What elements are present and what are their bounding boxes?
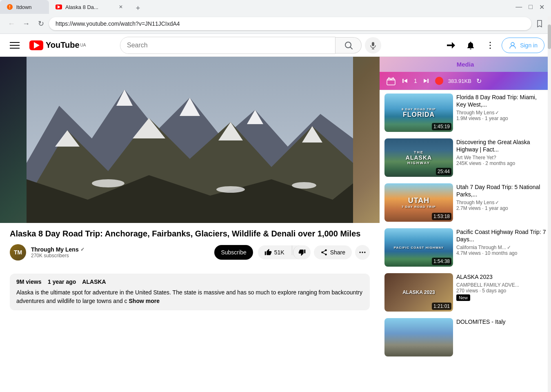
video-meta: 9M views 1 year ago ALASKA	[16, 278, 363, 285]
show-more-button[interactable]: Show more	[129, 298, 160, 304]
bookmark-button[interactable]	[533, 17, 546, 30]
media-controls: 1 383.91KB ↻	[380, 72, 551, 90]
back-button[interactable]: ←	[5, 17, 18, 30]
tab-favicon-ltdown: !	[7, 4, 13, 10]
tab-youtube[interactable]: Alaska 8 Da... ✕	[49, 0, 131, 14]
rec-title-alaska2023: ALASKA 2023	[456, 273, 546, 281]
rec-thumb-utah: UTAH 7 DAY ROAD TRIP 1:53:18	[384, 183, 453, 222]
media-refresh-button[interactable]: ↻	[476, 77, 482, 85]
tab-close-button[interactable]: ✕	[118, 4, 124, 10]
media-overlay: Media 1 383.91KB ↻	[380, 57, 551, 90]
media-frame-count: 1	[414, 78, 417, 84]
rec-video-dolomites[interactable]: DOLOMITES - Italy	[380, 315, 551, 360]
rec-info-utah: Utah 7 Day Road Trip: 5 National Parks,.…	[456, 183, 546, 222]
rec-video-florida[interactable]: 8 DAY ROAD TRIP FLORIDA 1:45:19 Florida …	[380, 90, 551, 135]
maximize-button[interactable]: □	[529, 3, 533, 11]
rec-channel-alaska-hwy: Art We There Yet?	[456, 155, 546, 160]
rec-duration-alaska2023: 1:21:01	[432, 303, 451, 310]
action-buttons: 51K Share	[258, 245, 370, 260]
main-content: THROUGH Alaska 8 Day Road Trip: Anchorag…	[0, 57, 551, 390]
view-count: 9M views	[16, 278, 41, 285]
rec-thumb-alaska2023: ALASKA 2023 1:21:01	[384, 273, 453, 312]
forward-button[interactable]: →	[20, 17, 33, 30]
search-button[interactable]	[335, 37, 362, 53]
youtube-logo[interactable]: YouTubeUA	[29, 40, 86, 50]
rec-title-dolomites: DOLOMITES - Italy	[456, 318, 546, 325]
address-input[interactable]	[49, 17, 531, 30]
youtube-wordmark: YouTube	[46, 40, 80, 50]
media-clapper-button[interactable]	[386, 76, 396, 86]
new-tab-button[interactable]: +	[132, 2, 144, 14]
channel-avatar[interactable]: TM	[10, 244, 26, 261]
svg-text:!: !	[9, 5, 10, 9]
rec-meta-pacific: 4.7M views · 10 months ago	[456, 250, 546, 256]
media-record-indicator	[435, 77, 443, 85]
media-step-back-button[interactable]	[401, 77, 409, 85]
share-button[interactable]: Share	[314, 245, 352, 259]
create-button[interactable]	[443, 37, 459, 53]
rec-channel-pacific: California Through M... ✓	[456, 245, 546, 250]
svg-point-27	[292, 182, 316, 189]
video-area: THROUGH Alaska 8 Day Road Trip: Anchorag…	[0, 57, 380, 390]
dislike-button[interactable]	[293, 245, 311, 259]
channel-info: Through My Lens ✓ 270K subscribers	[31, 246, 209, 258]
rec-info-alaska2023: ALASKA 2023 CAMPBELL FAMILY ADVE... 270 …	[456, 273, 546, 312]
video-title: Alaska 8 Day Road Trip: Anchorage, Fairb…	[10, 228, 370, 239]
close-button[interactable]: ✕	[539, 3, 544, 11]
window-controls: — □ ✕	[509, 3, 551, 11]
more-options-button[interactable]	[482, 37, 498, 53]
subscriber-count: 270K subscribers	[31, 253, 209, 258]
reload-button[interactable]: ↻	[34, 17, 47, 30]
voice-search-button[interactable]	[365, 37, 381, 53]
like-dislike-container: 51K	[258, 245, 311, 259]
rec-meta-alaska2023: 270 views · 5 days ago	[456, 288, 546, 294]
menu-button[interactable]	[7, 37, 23, 53]
tab-ltdown[interactable]: ! ltdown	[0, 0, 49, 14]
like-count: 51K	[274, 249, 284, 256]
svg-rect-4	[10, 48, 20, 49]
svg-rect-2	[10, 42, 20, 43]
minimize-button[interactable]: —	[515, 3, 522, 11]
media-step-fwd-button[interactable]	[422, 77, 430, 85]
rec-video-alaska-hwy[interactable]: THE ALASKA HIGHWAY 25:44 Discovering the…	[380, 135, 551, 180]
media-panel-header: Media	[380, 57, 551, 72]
notifications-button[interactable]	[462, 37, 479, 53]
rec-title-alaska-hwy: Discovering the Great Alaska Highway | F…	[456, 138, 546, 153]
sign-in-label: Sign in	[520, 42, 538, 49]
media-file-size: 383.91KB	[448, 78, 471, 84]
media-panel-title: Media	[457, 61, 474, 68]
rec-video-utah[interactable]: UTAH 7 DAY ROAD TRIP 1:53:18 Utah 7 Day …	[380, 180, 551, 225]
svg-point-26	[216, 186, 245, 193]
youtube-locale: UA	[80, 43, 86, 47]
rec-duration-florida: 1:45:19	[432, 123, 451, 130]
like-button[interactable]: 51K	[258, 245, 291, 259]
youtube-logo-icon	[29, 40, 43, 50]
new-badge-alaska2023: New	[456, 294, 470, 301]
search-bar	[120, 37, 335, 54]
svg-rect-40	[427, 79, 429, 83]
rec-video-alaska2023[interactable]: ALASKA 2023 1:21:01 ALASKA 2023 CAMPBELL…	[380, 270, 551, 315]
tab-favicon-youtube	[56, 4, 62, 10]
scrollbar-thumb[interactable]	[548, 24, 551, 49]
browser-chrome: ! ltdown Alaska 8 Da... ✕ + —	[0, 0, 551, 34]
rec-video-pacific[interactable]: PACIFIC COAST HIGHWAY 1:54:38 Pacific Co…	[380, 225, 551, 270]
rec-thumb-pacific: PACIFIC COAST HIGHWAY 1:54:38	[384, 228, 453, 267]
youtube-header: YouTubeUA Sign in	[0, 34, 551, 57]
subscribe-button[interactable]: Subscribe	[214, 245, 253, 260]
svg-point-32	[364, 252, 365, 253]
divider	[292, 245, 292, 255]
rec-info-florida: Florida 8 Day Road Trip: Miami, Key West…	[456, 94, 546, 132]
rec-meta-alaska-hwy: 245K views · 2 months ago	[456, 160, 546, 166]
more-actions-button[interactable]	[355, 245, 370, 260]
rec-thumb-florida: 8 DAY ROAD TRIP FLORIDA 1:45:19	[384, 94, 453, 132]
description-box: 9M views 1 year ago ALASKA Alaska is the…	[10, 274, 370, 310]
svg-rect-33	[387, 80, 395, 85]
rec-thumb-dolomites	[384, 318, 453, 356]
rec-info-alaska-hwy: Discovering the Great Alaska Highway | F…	[456, 138, 546, 177]
share-label: Share	[330, 249, 345, 256]
video-player[interactable]: THROUGH	[0, 57, 380, 223]
channel-name: Through My Lens ✓	[31, 246, 209, 253]
search-input[interactable]	[120, 37, 335, 53]
sign-in-button[interactable]: Sign in	[502, 38, 544, 53]
sidebar: Media 1 383.91KB ↻	[380, 57, 551, 390]
